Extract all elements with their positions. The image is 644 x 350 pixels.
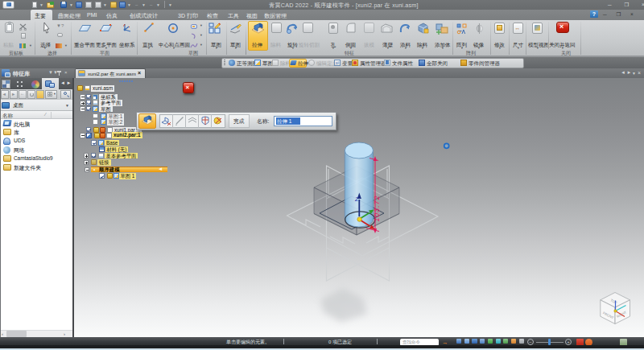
svg-text:Z: Z <box>354 196 359 202</box>
svg-text:103.72: 103.72 <box>373 195 381 221</box>
